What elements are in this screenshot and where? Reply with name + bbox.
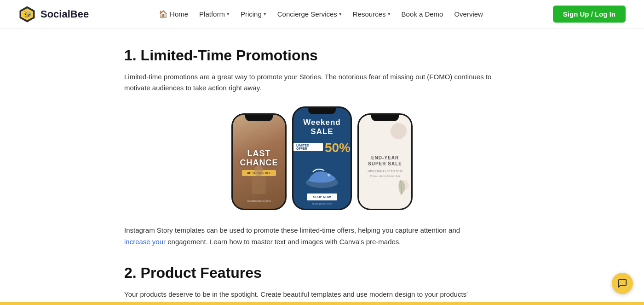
limited-offer-badge: LIMITED OFFER — [293, 143, 323, 151]
logo-area[interactable]: 🐝 SocialBee — [18, 6, 89, 23]
phone2-url: readingpicture.com — [312, 202, 332, 205]
caption-link[interactable]: increase your — [124, 238, 166, 246]
section1-caption: Instagram Story templates can be used to… — [124, 225, 483, 248]
chevron-down-icon: ▾ — [264, 11, 266, 17]
section-limited-promotions: 1. Limited-Time Promotions Limited-time … — [124, 47, 520, 248]
chevron-down-icon: ▾ — [227, 11, 230, 17]
phone-mockups-row: LASTCHANCE UP TO 50% OFF readingpicture.… — [124, 106, 520, 210]
nav-concierge[interactable]: Concierge Services ▾ — [273, 7, 346, 21]
phone-screen-weekend-sale: WeekendSALE LIMITED OFFER 50% SHOP NOW r… — [293, 108, 351, 209]
deco-circle — [391, 123, 407, 139]
discount-text: DISCOUNT UP TO 50% — [368, 170, 402, 173]
main-content: 1. Limited-Time Promotions Limited-time … — [115, 29, 529, 305]
chat-button[interactable] — [612, 273, 633, 294]
nav-links: 🏠 Home Platform ▾ Pricing ▾ Concierge Se… — [154, 7, 488, 21]
end-year-title: END-YEARSUPER SALE — [368, 155, 402, 167]
svg-point-3 — [254, 165, 264, 176]
nav-overview[interactable]: Overview — [449, 7, 488, 21]
shoe-icon — [304, 165, 340, 190]
chevron-down-icon: ▾ — [388, 11, 391, 17]
svg-text:🐝: 🐝 — [23, 11, 32, 18]
bottom-accent-bar — [0, 302, 644, 305]
section-product-features: 2. Product Features Your products deserv… — [124, 264, 520, 305]
phone-mockup-1: LASTCHANCE UP TO 50% OFF readingpicture.… — [231, 113, 287, 210]
logo-icon: 🐝 — [18, 6, 36, 23]
phone-mockup-2: WeekendSALE LIMITED OFFER 50% SHOP NOW r… — [292, 106, 352, 210]
section1-description: Limited-time promotions are a great way … — [124, 71, 492, 94]
person-silhouette-icon — [247, 163, 272, 199]
phone-screen-end-year: END-YEARSUPER SALE DISCOUNT UP TO 50% Pr… — [359, 115, 411, 209]
signup-button[interactable]: Sign Up / Log In — [553, 6, 626, 23]
section2-title: 2. Product Features — [124, 264, 520, 282]
nav-platform[interactable]: Platform ▾ — [195, 7, 234, 21]
weekend-sale-title: WeekendSALE — [303, 118, 340, 137]
phone-screen-last-chance: LASTCHANCE UP TO 50% OFF readingpicture.… — [233, 115, 285, 209]
caption-after-link: engagement. Learn how to master text and… — [166, 238, 401, 246]
nav-book-demo[interactable]: Book a Demo — [397, 7, 448, 21]
section1-title: 1. Limited-Time Promotions — [124, 47, 520, 64]
nav-resources[interactable]: Resources ▾ — [348, 7, 395, 21]
chat-icon — [617, 278, 627, 288]
shop-now-button: SHOP NOW — [307, 194, 338, 200]
svg-rect-4 — [252, 176, 266, 194]
chevron-down-icon: ▾ — [339, 11, 342, 17]
nav-home[interactable]: 🏠 Home — [154, 7, 193, 21]
caption-before-link: Instagram Story templates can be used to… — [124, 226, 460, 234]
home-icon: 🏠 — [159, 10, 168, 18]
svg-point-6 — [328, 174, 330, 176]
leaf-icon — [395, 176, 408, 197]
phone-mockup-3: END-YEARSUPER SALE DISCOUNT UP TO 50% Pr… — [357, 113, 413, 210]
brand-name: SocialBee — [40, 8, 89, 20]
phone1-url: readingpicture.com — [247, 199, 270, 202]
percent-50: 50% — [325, 141, 351, 154]
nav-pricing[interactable]: Pricing ▾ — [236, 7, 271, 21]
navbar: 🐝 SocialBee 🏠 Home Platform ▾ Pricing ▾ … — [0, 0, 644, 29]
